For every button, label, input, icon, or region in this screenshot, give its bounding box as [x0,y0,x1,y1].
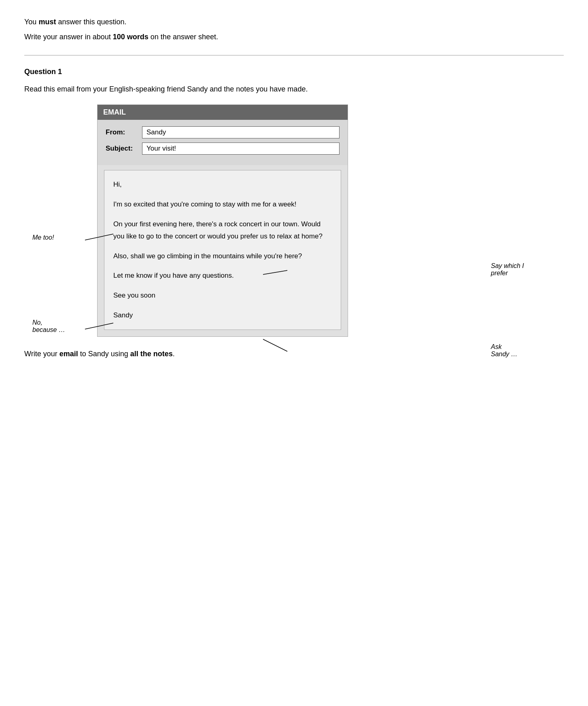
body-paragraph-3: Also, shall we go climbing in the mounta… [113,250,332,263]
body-paragraph-4: Let me know if you have any questions. [113,270,332,282]
body-paragraph-2: On your first evening here, there's a ro… [113,218,332,243]
body-paragraph-6: Sandy [113,309,332,322]
intro-line-2: Write your answer in about 100 words on … [24,31,564,43]
email-header: EMAIL [98,105,348,120]
subject-label: Subject: [106,145,142,153]
section-divider [24,55,564,55]
greeting: Hi, [113,179,332,191]
all-notes-bold: all the notes [130,350,173,358]
from-row: From: Sandy [106,126,340,138]
say-which-annotation: Say which Iprefer [491,262,554,277]
body-paragraph-5: See you soon [113,289,332,302]
ask-sandy-annotation: AskSandy … [491,343,554,358]
email-fields: From: Sandy Subject: Your visit! [98,120,348,165]
from-value: Sandy [142,126,340,138]
question-label: Question 1 [24,68,564,76]
email-container: EMAIL From: Sandy Subject: Your visit! H… [97,104,348,337]
intro-line-1: You must answer this question. [24,16,564,28]
email-body: Hi, I'm so excited that you're coming to… [104,170,341,330]
subject-value: Your visit! [142,142,340,155]
no-because-annotation: No,because … [32,319,65,334]
body-paragraph-1: I'm so excited that you're coming to sta… [113,198,332,211]
write-instruction: Write your email to Sandy using all the … [24,348,564,360]
subject-row: Subject: Your visit! [106,142,340,155]
email-wrapper: Me too! No,because … EMAIL From: Sandy S… [97,104,483,337]
100-words-bold: 100 words [113,33,149,41]
from-label: From: [106,128,142,136]
email-outer-wrapper: Me too! No,because … EMAIL From: Sandy S… [24,104,564,337]
question-intro: Read this email from your English-speaki… [24,83,564,95]
email-bold: email [59,350,78,358]
me-too-annotation: Me too! [32,234,54,241]
intro-section: You must answer this question. Write you… [24,16,564,43]
must-bold: must [38,18,56,26]
